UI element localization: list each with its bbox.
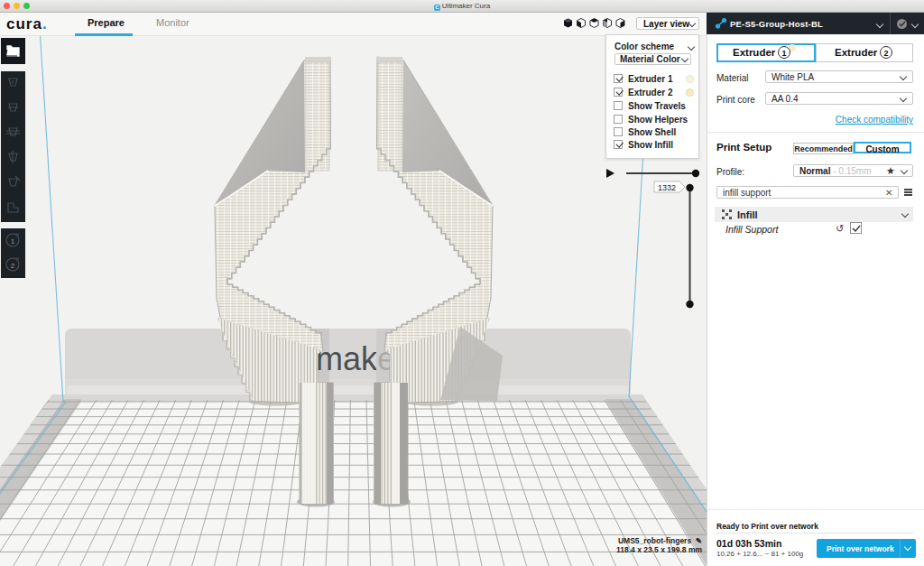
svg-text:1332: 1332 — [658, 183, 676, 192]
svg-text:1: 1 — [11, 237, 15, 246]
svg-text:2: 2 — [11, 262, 15, 270]
